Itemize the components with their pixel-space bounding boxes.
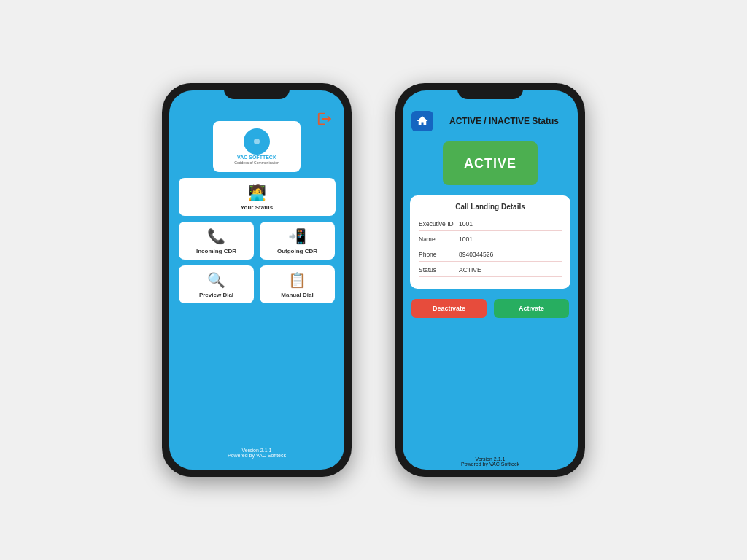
phone-2-notch [457,83,523,99]
preview-dial-button[interactable]: 🔍 Preview Dial [179,265,254,303]
incoming-cdr-icon: 📞 [207,228,225,245]
manual-dial-label: Manual Dial [281,292,313,298]
your-status-label: Your Status [241,204,273,211]
executive-id-label: Executive ID [419,220,459,228]
home-button[interactable] [411,111,433,131]
phone1-version-info: Version 2.1.1 Powered by VAC Softteck [228,448,286,462]
deactivate-button[interactable]: Deactivate [411,299,487,318]
logo-icon [244,128,270,155]
activate-button[interactable]: Activate [494,299,569,318]
name-value: 1001 [459,236,562,243]
call-landing-details-card: Call Landing Details Executive ID 1001 N… [410,195,570,289]
status-label: Status [419,266,459,273]
logo-tagline: Goddess of Communication [234,160,279,165]
active-status-badge: ACTIVE [443,141,538,185]
preview-dial-icon: 🔍 [207,271,225,289]
outgoing-cdr-button[interactable]: 📲 Outgoing CDR [260,222,335,260]
page-title: ACTIVE / INACTIVE Status [439,116,569,126]
phone-2-screen: ACTIVE / INACTIVE Status ACTIVE Call Lan… [403,90,578,470]
phone-label: Phone [419,251,459,258]
phone-1-notch [224,83,290,99]
name-row: Name 1001 [419,236,562,246]
logout-button[interactable] [317,111,333,131]
phone1-version: Version 2.1.1 [228,448,286,453]
dial-row: 🔍 Preview Dial 📋 Manual Dial [179,265,335,303]
svg-point-1 [254,139,260,144]
phone-2-content: ACTIVE / INACTIVE Status ACTIVE Call Lan… [403,90,578,470]
phone-1-content: VAC SOFTTECK Goddess of Communication 🧑‍… [169,90,344,470]
executive-id-value: 1001 [459,220,562,228]
phone-1-screen: VAC SOFTTECK Goddess of Communication 🧑‍… [169,90,344,470]
action-buttons-row: Deactivate Activate [403,295,578,322]
incoming-cdr-button[interactable]: 📞 Incoming CDR [179,222,254,260]
phone2-powered-by: Powered by VAC Softteck [406,462,575,467]
outgoing-cdr-label: Outgoing CDR [277,248,317,254]
executive-id-row: Executive ID 1001 [419,220,562,231]
phone-value: 8940344526 [459,251,562,258]
phone2-version-info: Version 2.1.1 Powered by VAC Softteck [403,454,578,470]
manual-dial-button[interactable]: 📋 Manual Dial [260,265,335,303]
status-row: Status ACTIVE [419,266,562,277]
phone2-version: Version 2.1.1 [406,456,575,462]
cdr-row: 📞 Incoming CDR 📲 Outgoing CDR [179,222,335,260]
phone1-powered-by: Powered by VAC Softteck [228,453,286,458]
outgoing-cdr-icon: 📲 [288,228,306,245]
incoming-cdr-label: Incoming CDR [196,248,236,254]
status-value: ACTIVE [459,266,562,273]
manual-dial-icon: 📋 [288,271,306,289]
phone-2: ACTIVE / INACTIVE Status ACTIVE Call Lan… [395,83,585,477]
status-badge-container: ACTIVE [403,137,578,190]
logo-card: VAC SOFTTECK Goddess of Communication [213,121,301,172]
phone-1: VAC SOFTTECK Goddess of Communication 🧑‍… [162,83,352,477]
name-label: Name [419,236,459,243]
your-status-icon: 🧑‍💻 [248,184,266,201]
preview-dial-label: Preview Dial [199,292,233,298]
details-card-title: Call Landing Details [419,203,562,214]
logo-brand: VAC SOFTTECK [237,155,276,160]
phone-row: Phone 8940344526 [419,251,562,262]
your-status-button[interactable]: 🧑‍💻 Your Status [179,178,336,216]
